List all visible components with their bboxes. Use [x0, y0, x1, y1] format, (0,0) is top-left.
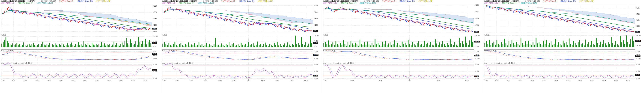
chart-panel: 日経225mini 11/12( 15分, 2011/11/21 - 2011/… [161, 0, 322, 93]
chart-panel: 日経225mini 11/12( 60分, 2011/11/14 - 2011/… [483, 0, 644, 93]
chart-panel: 日経225mini 11/12( 30分, 2011/11/16 - 2011/… [322, 0, 483, 93]
price-chart-canvas [0, 0, 161, 93]
chart-panel: 日経225mini 11/12( 5分, 2011/11/24 - 2011/1… [0, 0, 161, 93]
price-chart-canvas [161, 0, 322, 93]
chart-workspace: 日経225mini 11/12( 5分, 2011/11/24 - 2011/1… [0, 0, 644, 93]
price-chart-canvas [322, 0, 483, 93]
price-chart-canvas [483, 0, 644, 93]
